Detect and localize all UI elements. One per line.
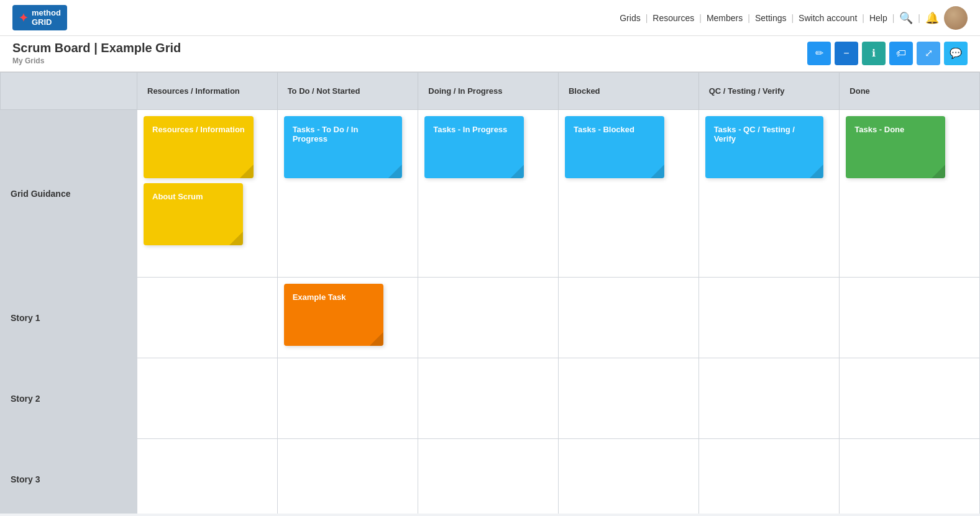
cell-guidance-todo: Tasks - To Do / In Progress	[277, 110, 418, 278]
edit-button[interactable]: ✏	[807, 42, 831, 65]
nav-switch-account[interactable]: Switch account	[799, 13, 857, 23]
card-tasks-todo[interactable]: Tasks - To Do / In Progress	[284, 116, 402, 178]
header: ✦ method GRID Grids | Resources | Member…	[0, 0, 980, 36]
cell-story3-done	[840, 439, 980, 514]
cell-story2-qc	[698, 358, 840, 439]
cell-story3-blocked	[558, 439, 698, 514]
cell-guidance-resources: Resources / Information About Scrum	[137, 110, 278, 278]
cell-guidance-qc: Tasks - QC / Testing / Verify	[698, 110, 840, 278]
nav-resources[interactable]: Resources	[653, 13, 694, 23]
nav-grids[interactable]: Grids	[620, 13, 640, 23]
col-header-todo: To Do / Not Started	[277, 73, 418, 110]
page-header: Scrum Board | Example Grid My Grids ✏ − …	[0, 36, 980, 72]
minus-button[interactable]: −	[835, 42, 858, 65]
avatar[interactable]	[944, 6, 968, 30]
grid-container: Resources / Information To Do / Not Star…	[0, 72, 980, 514]
col-header-resources: Resources / Information	[137, 73, 278, 110]
table-row: Story 2	[1, 358, 980, 439]
row-label-guidance: Grid Guidance	[1, 110, 137, 278]
nav-settings[interactable]: Settings	[755, 13, 787, 23]
card-tasks-blocked[interactable]: Tasks - Blocked	[565, 116, 664, 178]
card-tasks-qc[interactable]: Tasks - QC / Testing / Verify	[705, 116, 823, 178]
cell-story2-todo	[277, 358, 418, 439]
row-label-story3: Story 3	[1, 439, 137, 514]
cell-story3-todo	[277, 439, 418, 514]
col-header-empty	[1, 73, 137, 110]
table-row: Story 1 Example Task	[1, 278, 980, 358]
col-header-qc: QC / Testing / Verify	[698, 73, 840, 110]
cell-story1-todo: Example Task	[277, 278, 418, 358]
cell-story3-resources	[137, 439, 278, 514]
nav-help[interactable]: Help	[869, 13, 887, 23]
breadcrumb: My Grids	[12, 57, 181, 65]
cell-story1-blocked	[558, 278, 698, 358]
cell-guidance-done: Tasks - Done	[840, 110, 980, 278]
card-resources-info[interactable]: Resources / Information	[144, 116, 254, 178]
cell-story2-blocked	[558, 358, 698, 439]
cell-story1-done	[840, 278, 980, 358]
cell-story3-doing	[418, 439, 559, 514]
logo[interactable]: ✦ method GRID	[12, 5, 67, 30]
row-label-story1: Story 1	[1, 278, 137, 358]
card-example-task[interactable]: Example Task	[284, 284, 383, 346]
cell-guidance-blocked: Tasks - Blocked	[558, 110, 698, 278]
cell-story1-qc	[698, 278, 840, 358]
comment-button[interactable]: 💬	[944, 42, 968, 65]
row-label-story2: Story 2	[1, 358, 137, 439]
cell-story2-doing	[418, 358, 559, 439]
col-header-done: Done	[840, 73, 980, 110]
tag-button[interactable]: 🏷	[889, 42, 913, 65]
card-tasks-inprogress[interactable]: Tasks - In Progress	[424, 116, 524, 178]
card-about-scrum[interactable]: About Scrum	[144, 183, 243, 245]
grid-table: Resources / Information To Do / Not Star…	[0, 72, 980, 514]
cell-story2-resources	[137, 358, 278, 439]
cell-story1-resources	[137, 278, 278, 358]
cell-story2-done	[840, 358, 980, 439]
logo-text: method GRID	[32, 9, 61, 27]
col-header-blocked: Blocked	[558, 73, 698, 110]
logo-accent-icon: ✦	[19, 11, 28, 25]
cell-guidance-doing: Tasks - In Progress	[418, 110, 559, 278]
nav: Grids | Resources | Members | Settings |…	[620, 6, 968, 30]
table-row: Grid Guidance Resources / Information Ab…	[1, 110, 980, 278]
column-headers: Resources / Information To Do / Not Star…	[1, 73, 980, 110]
bell-icon[interactable]: 🔔	[925, 11, 939, 25]
col-header-doing: Doing / In Progress	[418, 73, 559, 110]
search-icon[interactable]: 🔍	[899, 11, 913, 25]
info-button[interactable]: ℹ	[862, 42, 886, 65]
table-row: Story 3	[1, 439, 980, 514]
nav-members[interactable]: Members	[707, 13, 743, 23]
cell-story1-doing	[418, 278, 559, 358]
card-tasks-done[interactable]: Tasks - Done	[846, 116, 945, 178]
cell-story3-qc	[698, 439, 840, 514]
expand-button[interactable]: ⤢	[917, 42, 940, 65]
toolbar: ✏ − ℹ 🏷 ⤢ 💬	[807, 42, 968, 65]
page-title: Scrum Board | Example Grid	[12, 41, 181, 55]
